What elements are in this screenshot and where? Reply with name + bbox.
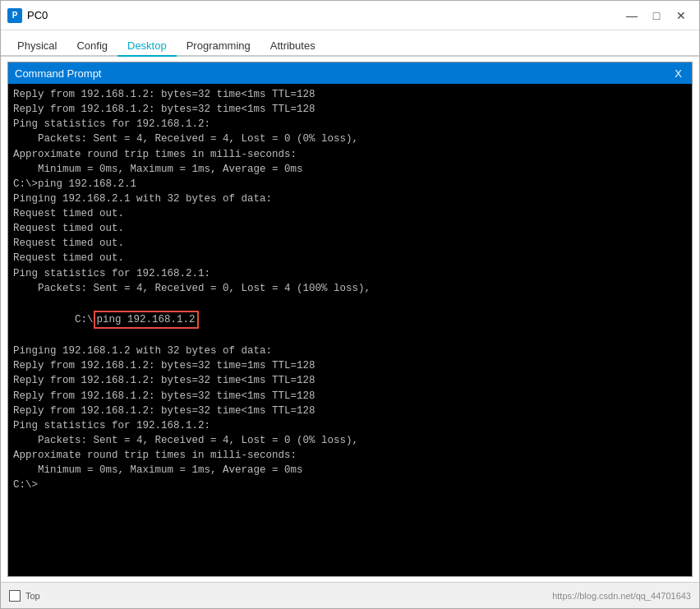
terminal-line: Reply from 192.168.1.2: bytes=32 time<1m…: [13, 373, 687, 388]
terminal-line: Packets: Sent = 4, Received = 4, Lost = …: [13, 433, 687, 448]
cmd-title-bar: Command Prompt X: [8, 62, 692, 84]
tab-programming[interactable]: Programming: [177, 36, 260, 57]
cmd-window: Command Prompt X Reply from 192.168.1.2:…: [7, 62, 693, 577]
window-title: PC0: [27, 9, 48, 21]
terminal-line: Approximate round trip times in milli-se…: [13, 147, 687, 162]
highlighted-command: ping 192.168.1.2: [94, 311, 199, 329]
title-bar-left: P PC0: [7, 8, 48, 23]
terminal-line: Request timed out.: [13, 206, 687, 221]
tab-bar: Physical Config Desktop Programming Attr…: [1, 30, 699, 57]
maximize-button[interactable]: □: [645, 7, 668, 25]
title-bar: P PC0 — □ ✕: [1, 1, 699, 30]
terminal-line: Ping statistics for 192.168.2.1:: [13, 266, 687, 281]
top-label: Top: [25, 591, 40, 601]
terminal-line: C:\>ping 192.168.2.1: [13, 177, 687, 191]
terminal-line: Minimum = 0ms, Maximum = 1ms, Average = …: [13, 162, 687, 177]
terminal-line: Request timed out.: [13, 251, 687, 265]
cmd-close-button[interactable]: X: [671, 67, 685, 80]
terminal-line: Reply from 192.168.1.2: bytes=32 time<1m…: [13, 389, 687, 404]
minimize-button[interactable]: —: [620, 7, 643, 25]
top-checkbox[interactable]: [9, 590, 21, 602]
terminal-line: Approximate round trip times in milli-se…: [13, 448, 687, 463]
terminal-line: Packets: Sent = 4, Received = 4, Lost = …: [13, 131, 687, 146]
terminal-prompt-final: C:\>: [13, 478, 687, 492]
cmd-title-label: Command Prompt: [15, 67, 101, 80]
terminal-line: Pinging 192.168.2.1 with 32 bytes of dat…: [13, 191, 687, 206]
tab-attributes[interactable]: Attributes: [260, 36, 325, 57]
tab-physical[interactable]: Physical: [7, 36, 67, 57]
terminal-line: Packets: Sent = 4, Received = 0, Lost = …: [13, 281, 687, 296]
terminal-line: Reply from 192.168.1.2: bytes=32 time<1m…: [13, 87, 687, 102]
terminal-outer: Reply from 192.168.1.2: bytes=32 time<1m…: [8, 84, 692, 576]
tab-desktop[interactable]: Desktop: [117, 36, 177, 57]
main-window: P PC0 — □ ✕ Physical Config Desktop Prog…: [0, 0, 700, 609]
terminal-prompt-line: C:\ping 192.168.1.2: [13, 296, 687, 344]
terminal-line: Ping statistics for 192.168.1.2:: [13, 117, 687, 131]
terminal-line: Reply from 192.168.1.2: bytes=32 time<1m…: [13, 102, 687, 117]
terminal-line: Request timed out.: [13, 221, 687, 236]
title-bar-controls: — □ ✕: [620, 7, 693, 25]
terminal-content[interactable]: Reply from 192.168.1.2: bytes=32 time<1m…: [8, 84, 692, 576]
terminal-line: Pinging 192.168.1.2 with 32 bytes of dat…: [13, 344, 687, 358]
terminal-line: Ping statistics for 192.168.1.2:: [13, 418, 687, 433]
app-icon: P: [7, 8, 22, 23]
close-button[interactable]: ✕: [670, 7, 693, 25]
terminal-line: Reply from 192.168.1.2: bytes=32 time<1m…: [13, 404, 687, 418]
bottom-bar: Top https://blog.csdn.net/qq_44701643: [1, 582, 699, 608]
terminal-line: Reply from 192.168.1.2: bytes=32 time=1m…: [13, 358, 687, 373]
terminal-line: Minimum = 0ms, Maximum = 1ms, Average = …: [13, 463, 687, 478]
terminal-line: Request timed out.: [13, 236, 687, 251]
tab-config[interactable]: Config: [67, 36, 117, 57]
bottom-left: Top: [9, 590, 40, 602]
watermark: https://blog.csdn.net/qq_44701643: [552, 591, 691, 601]
